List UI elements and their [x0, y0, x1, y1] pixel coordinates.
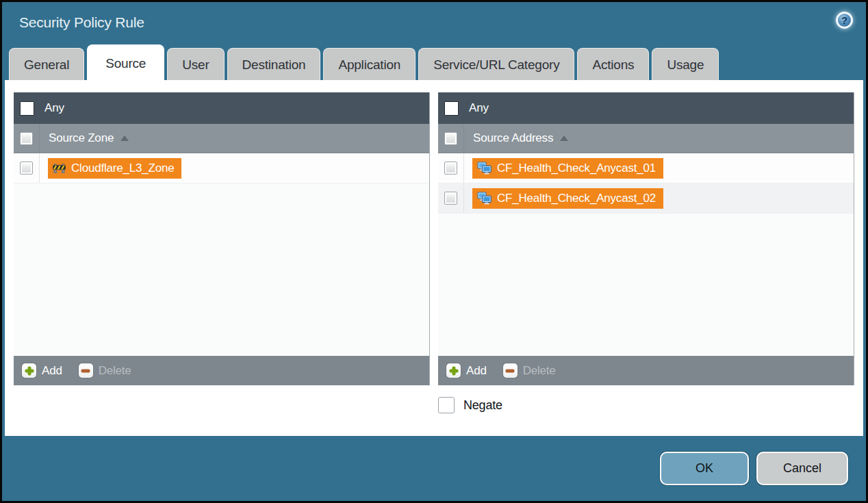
tab-bar: General Source User Destination Applicat… — [2, 42, 866, 80]
source-address-list: CF_Health_Check_Anycast_01 — [438, 153, 854, 356]
table-row[interactable]: CF_Health_Check_Anycast_01 — [438, 153, 854, 183]
negate-row: Negate — [438, 397, 854, 413]
delete-button[interactable]: Delete — [79, 363, 131, 378]
row-checkbox[interactable] — [444, 162, 457, 175]
source-tab-content: Any Source Zone — [5, 80, 863, 436]
delete-minus-icon — [79, 363, 93, 378]
dialog-footer: OK Cancel — [2, 436, 866, 501]
sort-ascending-icon[interactable] — [120, 136, 129, 141]
address-icon — [477, 192, 492, 205]
address-item-label: CF_Health_Check_Anycast_01 — [497, 162, 656, 175]
source-zone-any-checkbox[interactable] — [20, 101, 34, 116]
tab-actions[interactable]: Actions — [577, 48, 649, 80]
source-address-panel: Any Source Address — [438, 92, 854, 385]
tab-destination[interactable]: Destination — [227, 48, 321, 80]
source-address-column-header: Source Address — [438, 124, 854, 153]
negate-label: Negate — [463, 398, 502, 413]
ok-button[interactable]: OK — [660, 452, 749, 485]
source-zone-toolbar: Add Delete — [14, 356, 429, 385]
source-address-select-all-checkbox[interactable] — [444, 132, 457, 145]
add-plus-icon — [446, 363, 461, 378]
add-button[interactable]: Add — [446, 363, 487, 378]
zone-item-label: Cloudflare_L3_Zone — [71, 162, 174, 175]
source-zone-column-title[interactable]: Source Zone — [49, 131, 114, 145]
source-address-any-checkbox[interactable] — [444, 101, 459, 116]
table-row[interactable]: Cloudflare_L3_Zone — [14, 153, 429, 183]
source-zone-select-all-checkbox[interactable] — [20, 132, 33, 145]
table-row[interactable]: CF_Health_Check_Anycast_02 — [438, 183, 854, 214]
tab-service-url-category[interactable]: Service/URL Category — [418, 48, 574, 80]
cancel-button[interactable]: Cancel — [756, 452, 848, 485]
add-button-label: Add — [466, 364, 487, 378]
security-policy-rule-dialog: Security Policy Rule ? General Source Us… — [0, 0, 868, 503]
row-checkbox[interactable] — [20, 162, 33, 175]
delete-button[interactable]: Delete — [503, 363, 556, 378]
tab-application[interactable]: Application — [323, 48, 416, 80]
source-zone-list: Cloudflare_L3_Zone — [14, 153, 429, 356]
address-item-chip[interactable]: CF_Health_Check_Anycast_01 — [472, 158, 663, 179]
source-zone-panel: Any Source Zone — [14, 92, 430, 385]
tab-general[interactable]: General — [9, 48, 84, 80]
delete-button-label: Delete — [99, 364, 131, 378]
address-item-label: CF_Health_Check_Anycast_02 — [497, 192, 656, 205]
source-zone-any-bar: Any — [14, 92, 429, 124]
add-button-label: Add — [42, 364, 62, 378]
row-checkbox[interactable] — [444, 192, 457, 205]
address-icon — [477, 162, 492, 175]
delete-minus-icon — [503, 363, 518, 378]
dialog-title: Security Policy Rule — [19, 14, 144, 31]
add-button[interactable]: Add — [22, 363, 62, 378]
negate-checkbox[interactable] — [438, 397, 455, 413]
source-address-column-title[interactable]: Source Address — [473, 131, 553, 145]
help-icon[interactable]: ? — [836, 12, 853, 29]
source-address-any-bar: Any — [438, 92, 854, 124]
delete-button-label: Delete — [523, 364, 556, 378]
source-address-any-label: Any — [469, 101, 489, 115]
source-address-toolbar: Add Delete — [438, 356, 854, 385]
zone-icon — [53, 162, 66, 174]
address-item-chip[interactable]: CF_Health_Check_Anycast_02 — [472, 188, 663, 209]
add-plus-icon — [22, 363, 36, 378]
source-zone-column-header: Source Zone — [14, 124, 429, 153]
sort-ascending-icon[interactable] — [560, 136, 568, 141]
title-bar: Security Policy Rule ? — [2, 2, 866, 42]
tab-source[interactable]: Source — [87, 44, 164, 80]
source-zone-any-label: Any — [44, 101, 64, 115]
tab-user[interactable]: User — [167, 48, 224, 80]
zone-item-chip[interactable]: Cloudflare_L3_Zone — [48, 158, 181, 179]
tab-usage[interactable]: Usage — [652, 48, 719, 80]
